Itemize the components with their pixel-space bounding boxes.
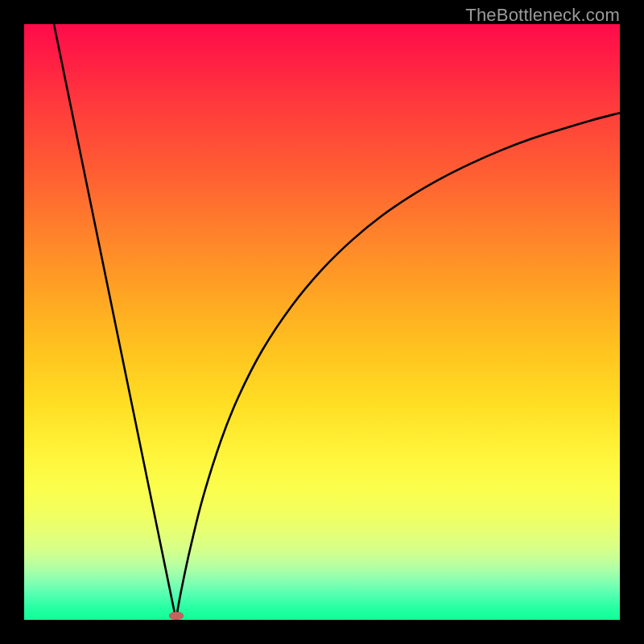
- bottleneck-curve: [24, 24, 620, 620]
- chart-frame: TheBottleneck.com: [0, 0, 644, 644]
- curve-right-branch: [176, 113, 620, 620]
- minimum-marker: [169, 612, 184, 620]
- watermark-text: TheBottleneck.com: [465, 5, 620, 26]
- curve-left-branch: [54, 24, 176, 620]
